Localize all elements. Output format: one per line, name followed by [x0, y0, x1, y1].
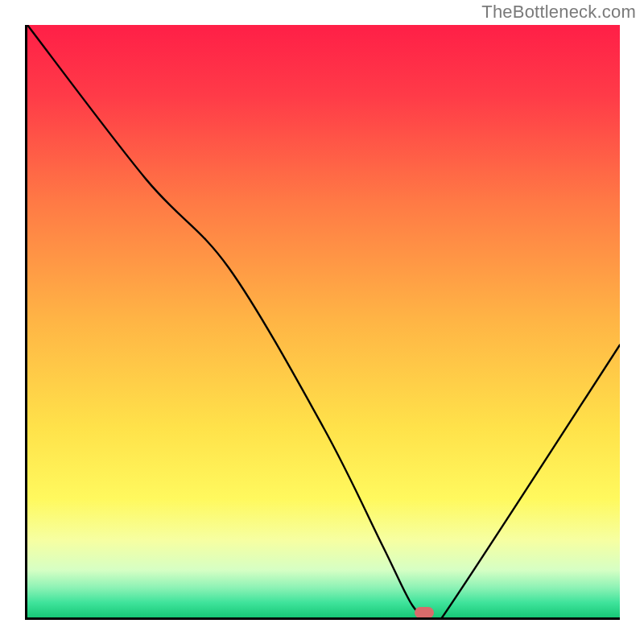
- chart-frame: TheBottleneck.com: [0, 0, 644, 644]
- chart-line: [27, 25, 620, 617]
- bottleneck-marker: [415, 607, 434, 618]
- watermark-text: TheBottleneck.com: [481, 2, 636, 23]
- plot-area: [25, 25, 620, 620]
